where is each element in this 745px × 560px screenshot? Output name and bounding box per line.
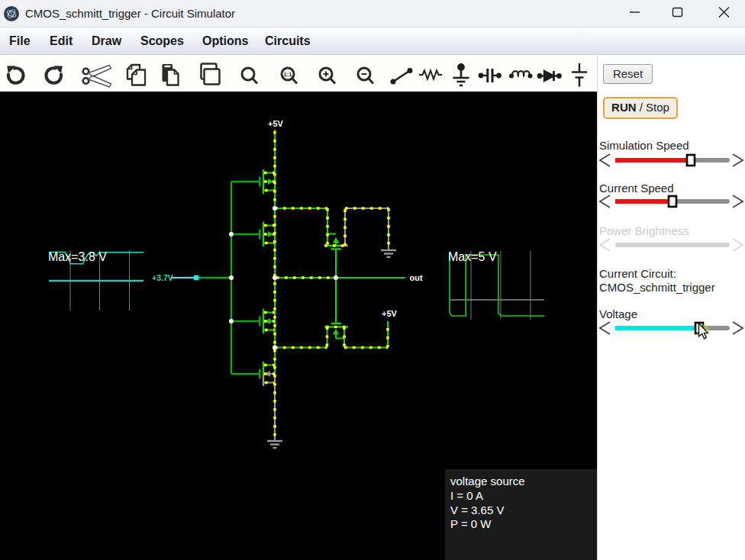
- svg-text:I = 0 A: I = 0 A: [450, 489, 483, 502]
- svg-text:+3.7V: +3.7V: [152, 273, 173, 282]
- svg-text:voltage source: voltage source: [450, 475, 525, 488]
- svg-text:Max=5 V: Max=5 V: [448, 250, 497, 263]
- svg-text:V = 3.65 V: V = 3.65 V: [450, 504, 504, 517]
- svg-text:+5V: +5V: [382, 309, 398, 318]
- svg-text:Max=3.8 V: Max=3.8 V: [48, 250, 107, 263]
- svg-text:P = 0 W: P = 0 W: [450, 517, 492, 530]
- svg-text:1:1: 1:1: [284, 71, 292, 78]
- svg-text:+5V: +5V: [268, 119, 284, 128]
- svg-text:out: out: [410, 273, 423, 282]
